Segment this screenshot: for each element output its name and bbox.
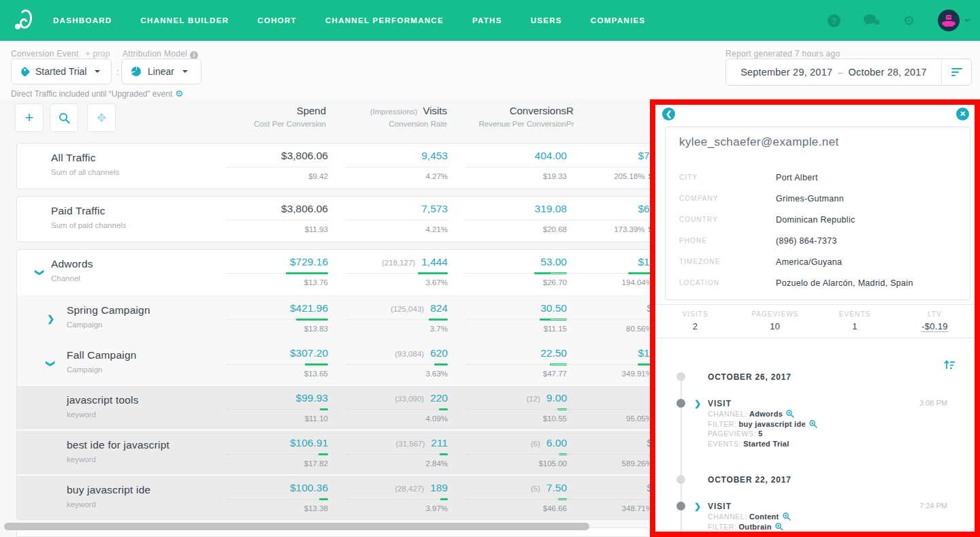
nav-item-paths[interactable]: PATHS (472, 16, 502, 25)
cell-conversions: 404.00 $19.33 (448, 144, 567, 189)
cell-divider (226, 364, 328, 365)
row-name-cell: buy javascript ide keyword (17, 476, 208, 519)
gear-icon[interactable]: ⚙ (903, 14, 915, 27)
table-row-paid-traffic[interactable]: Paid Traffic Sum of paid channels $3,806… (17, 197, 650, 242)
cell-revenue: $ 80.56% (567, 296, 650, 340)
cell-conversions: (12)9.00 $10.55 (448, 386, 567, 429)
cell-main-value: (125,043)824 (391, 302, 448, 314)
cell-main-value: 7,573 (421, 203, 448, 215)
cell-spend: $106.91 $17.82 (208, 431, 328, 474)
nav-item-channel-performance[interactable]: CHANNEL PERFORMANCE (325, 16, 444, 25)
chat-icon[interactable] (864, 14, 880, 27)
cell-sub-value: 3.7% (430, 325, 448, 333)
cell-main-value: (93,084)620 (395, 347, 448, 359)
date-range-picker[interactable]: September 29, 2017–October 28, 2017 (725, 59, 972, 86)
app-logo-icon[interactable] (12, 8, 35, 33)
settings-gear-icon[interactable]: ⚙ (175, 88, 183, 99)
zoom-in-icon[interactable] (809, 420, 817, 428)
cell-visits: (31,567)211 2.84% (328, 431, 448, 474)
table-row-buy-javascript-ide[interactable]: buy javascript ide keyword $100.36 $13.3… (17, 474, 650, 519)
visit-title[interactable]: VISIT (708, 399, 732, 408)
table-row-best-ide-for-javascript[interactable]: best ide for javascript keyword $106.91 … (17, 429, 650, 474)
row-name: buy javascript ide (67, 484, 150, 496)
account-menu[interactable] (938, 10, 970, 31)
table-row-adwords[interactable]: ❯Adwords Channel $729.16 $13.76 (218,127… (17, 250, 650, 295)
zoom-in-icon[interactable] (786, 410, 794, 418)
cell-sub-value: 205.18%$ (614, 172, 650, 180)
user-field-country: COUNTRY Dominican Republic (679, 209, 962, 230)
nav-item-channel-builder[interactable]: CHANNEL BUILDER (140, 16, 229, 25)
chevron-right-icon[interactable]: ❯ (694, 399, 701, 408)
column-header-spend[interactable]: Spend Cost Per Conversion (207, 105, 326, 128)
table-row-spring-campaign[interactable]: ❯Spring Campaign Campaign $421.96 $13.83… (17, 295, 650, 340)
cell-sub-value: 3.97% (425, 504, 448, 512)
stat-value: 2 (693, 321, 698, 331)
chevron-down-icon[interactable]: ❯ (35, 269, 45, 276)
cell-conversions: (5)7.50 $46.66 (448, 476, 567, 519)
row-name-cell: best ide for javascript keyword (17, 431, 208, 474)
row-type: Sum of all channels (51, 168, 119, 176)
chevron-right-icon[interactable]: ❯ (47, 314, 54, 324)
zoom-in-icon[interactable] (775, 523, 783, 531)
row-type: keyword (67, 500, 96, 508)
nav-item-companies[interactable]: COMPANIES (591, 16, 646, 25)
filter-bars-icon (951, 66, 962, 78)
search-button[interactable] (50, 103, 78, 132)
attribution-model-dropdown[interactable]: Linear (121, 59, 201, 84)
cell-visits: (218,127)1,444 3.67% (328, 250, 448, 295)
cell-sub-value: 3.63% (425, 370, 448, 378)
nav-item-cohort[interactable]: COHORT (257, 16, 297, 25)
column-header-conversions[interactable]: Conversions Revenue Per Conversion (447, 105, 566, 128)
add-prop-link[interactable]: + prop (86, 49, 110, 59)
chevron-down-icon[interactable]: ❯ (46, 360, 56, 368)
zoom-in-icon[interactable] (783, 512, 791, 521)
cell-divider (346, 220, 448, 221)
cell-conversions: 30.50 $11.15 (448, 296, 567, 340)
impressions-value: (218,127) (382, 259, 415, 267)
add-channel-button[interactable]: + (15, 103, 44, 132)
row-type: Channel (51, 274, 80, 282)
impressions-value: (93,084) (395, 350, 424, 358)
cell-sub-value: $47.77 (543, 370, 567, 378)
row-name: Fall Campaign (67, 349, 137, 361)
contribution-bar (434, 363, 448, 365)
chevron-right-icon[interactable]: ❯ (694, 502, 701, 511)
sort-icon[interactable] (944, 360, 956, 370)
stat-events: EVENTS 1 (815, 305, 895, 338)
conversion-event-dropdown[interactable]: Started Trial (11, 59, 112, 84)
back-icon[interactable]: ❮ (662, 108, 675, 120)
table-row-javascript-tools[interactable]: javascript tools keyword $99.93 $11.10 (… (17, 385, 650, 429)
field-label: COUNTRY (679, 216, 776, 223)
close-icon[interactable]: ✕ (956, 108, 969, 120)
cell-main-value: $99.93 (296, 392, 328, 404)
nav-item-dashboard[interactable]: DASHBOARD (53, 16, 112, 25)
column-header-visits[interactable]: (Impressions)Visits Conversion Rate (327, 105, 447, 128)
nav-item-users[interactable]: USERS (531, 16, 562, 25)
visit-details: CHANNEL:Content FILTER:Outbrain PAGEVIEW… (708, 512, 791, 537)
visit-detail-line: EVENTS:Started Trial (708, 440, 817, 450)
cell-sub-value: $9.42 (308, 172, 328, 180)
cell-visits: (28,427)189 3.97% (328, 476, 448, 519)
cell-sub-value: $11.93 (305, 225, 328, 233)
table-row-all-traffic[interactable]: All Traffic Sum of all channels $3,806.0… (17, 144, 650, 189)
row-name-cell: Paid Traffic Sum of paid channels (17, 197, 208, 242)
column-header-revenue[interactable]: R Pr (566, 105, 645, 128)
date-filter-button[interactable] (941, 59, 971, 85)
field-label: TIMEZONE (679, 258, 776, 265)
cell-sub-value: $19.33 (543, 172, 567, 180)
visit-title[interactable]: VISIT (708, 502, 732, 511)
timeline-date-dot (676, 475, 685, 484)
field-value: America/Guyana (776, 257, 842, 267)
user-field-timezone: TIMEZONE America/Guyana (679, 251, 962, 272)
table-header: + ✥ Spend Cost Per Conversion (Impressio… (0, 99, 650, 142)
reorder-button[interactable]: ✥ (87, 103, 116, 132)
field-value: Grimes-Gutmann (776, 194, 844, 204)
stat-label: LTV (895, 310, 975, 318)
impressions-value: (125,043) (391, 305, 424, 313)
help-icon[interactable]: ? (828, 14, 840, 27)
table-row-fall-campaign[interactable]: ❯Fall Campaign Campaign $307.20 $13.65 (… (17, 340, 650, 385)
cell-visits: 7,573 4.21% (328, 197, 448, 242)
cell-sub-value: 2.84% (425, 459, 448, 468)
avatar (938, 10, 960, 31)
scrollbar-thumb[interactable] (4, 523, 589, 530)
